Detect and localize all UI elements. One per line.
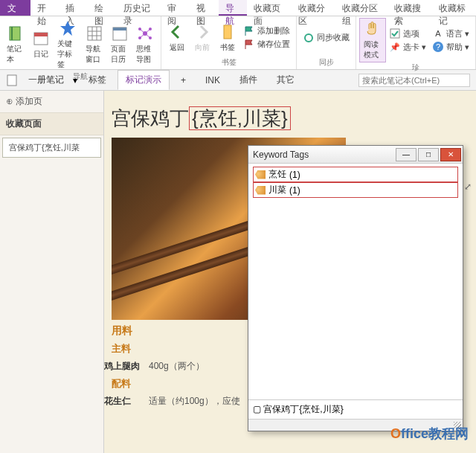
svg-rect-18: [390, 29, 399, 38]
plus-icon: ⊕: [6, 96, 13, 106]
ribbon-group-nav: 笔记本 日记 关键字标签 导航窗口 页面日历 思维导图 导航: [0, 16, 161, 69]
section-tab-ink[interactable]: INK: [197, 71, 228, 89]
calendar-icon: [111, 25, 129, 42]
ribbon-tabs: 文件 开始 插入 绘图 历史记录 审阅 视图 导航 收藏页面 收藏分区 收藏分区…: [0, 0, 476, 16]
forward-icon: [193, 23, 211, 41]
svg-rect-1: [11, 27, 13, 40]
svg-text:?: ?: [436, 42, 440, 51]
fav-item[interactable]: 宫保鸡丁{烹饪,川菜: [2, 138, 101, 158]
ribbon-group-extra: 阅读模式 选项 📌选卡▾ A语言▾ ?帮助▾ 珍: [356, 16, 476, 69]
select-button[interactable]: 📌选卡▾: [386, 40, 429, 54]
notebook-dropdown-icon[interactable]: [6, 74, 19, 87]
navwnd-button[interactable]: 导航窗口: [82, 18, 107, 71]
minimize-button[interactable]: —: [396, 148, 416, 161]
assoc-pages: ▢ 宫保鸡丁{烹饪,川菜}: [248, 399, 463, 419]
check-icon: [389, 28, 401, 39]
close-button[interactable]: ✕: [440, 148, 461, 161]
star-icon: [59, 19, 77, 37]
tag-item[interactable]: 川菜 (1): [253, 182, 458, 198]
tab-favtag[interactable]: 收藏标记: [432, 0, 476, 16]
back-button[interactable]: 返回: [164, 18, 190, 57]
chevron-down-icon: ▾: [422, 42, 426, 52]
sync-icon: [303, 32, 315, 44]
section-tab-1[interactable]: 标记演示: [118, 70, 170, 90]
tag-icon: [255, 186, 266, 195]
diary-icon: [32, 30, 50, 48]
chevron-down-icon: ▾: [465, 29, 469, 39]
add-page-button[interactable]: ⊕ 添加页: [0, 91, 103, 113]
page-title[interactable]: 宫保鸡丁{烹饪,川菜}: [112, 106, 469, 132]
keyword-tags-window[interactable]: Keyword Tags — □ ✕ 烹饪 (1) 川菜 (1) ▢ 宫保鸡丁{…: [248, 145, 463, 431]
mindmap-button[interactable]: 思维导图: [132, 18, 158, 71]
notebook-name[interactable]: 一册笔记: [22, 72, 70, 88]
fav-header: 收藏页面: [0, 113, 103, 135]
pin-icon: [243, 39, 255, 51]
ribbon-group-bookmark: 返回 向前 书签 添加删除 储存位置 书签: [161, 16, 297, 69]
grid-icon: [86, 25, 103, 42]
maximize-button[interactable]: □: [418, 148, 439, 161]
svg-rect-21: [7, 75, 16, 86]
help-icon: ?: [432, 41, 444, 53]
mindmap-icon: [136, 25, 154, 42]
tab-draw[interactable]: 绘图: [88, 0, 117, 16]
tab-history[interactable]: 历史记录: [117, 0, 161, 16]
sidebar: ⊕ 添加页 收藏页面 宫保鸡丁{烹饪,川菜: [0, 91, 104, 453]
notebook-icon: [7, 25, 25, 42]
svg-marker-4: [60, 21, 75, 36]
svg-rect-5: [88, 27, 101, 40]
tab-insert[interactable]: 插入: [59, 0, 88, 16]
bookmark-button[interactable]: 书签: [215, 18, 240, 57]
back-icon: [168, 23, 186, 41]
tab-favgroup[interactable]: 收藏分区组: [335, 0, 387, 16]
diary-button[interactable]: 日记: [28, 18, 54, 71]
doc-icon: ▢: [253, 404, 261, 414]
section-tab-other[interactable]: 其它: [268, 70, 303, 90]
section-tab-0[interactable]: 标签: [80, 70, 115, 90]
bookmark-icon: [219, 23, 237, 41]
expand-icon[interactable]: ⤢: [464, 181, 472, 192]
svg-rect-3: [34, 33, 48, 36]
assoc-page-item[interactable]: 宫保鸡丁{烹饪,川菜}: [263, 404, 343, 414]
notebook-button[interactable]: 笔记本: [3, 18, 28, 71]
sync-fav-button[interactable]: 同步收藏: [300, 31, 353, 45]
forward-button[interactable]: 向前: [190, 18, 215, 57]
ribbon-group-sync: 同步收藏 同步: [297, 16, 356, 69]
tab-home[interactable]: 开始: [30, 0, 60, 16]
tab-favsection[interactable]: 收藏分区: [292, 0, 335, 16]
help-button[interactable]: ?帮助▾: [429, 40, 472, 54]
pin2-icon: 📌: [389, 41, 401, 53]
section-add[interactable]: +: [173, 71, 194, 89]
calendar-button[interactable]: 页面日历: [107, 18, 132, 71]
group-label-bookmark: 书签: [164, 57, 293, 68]
group-label-sync: 同步: [300, 57, 353, 68]
window-title: Keyword Tags: [250, 150, 394, 160]
tags-list: 烹饪 (1) 川菜 (1): [248, 164, 463, 399]
ribbon: 笔记本 日记 关键字标签 导航窗口 页面日历 思维导图 导航 返回 向前 书签 …: [0, 16, 476, 70]
keyword-button[interactable]: 关键字标签: [54, 18, 82, 71]
save-pos-button[interactable]: 储存位置: [240, 38, 293, 51]
window-titlebar[interactable]: Keyword Tags — □ ✕: [248, 146, 463, 164]
tab-nav[interactable]: 导航: [219, 0, 248, 16]
chevron-down-icon[interactable]: ▾: [73, 75, 77, 86]
tab-favsearch[interactable]: 收藏搜索: [387, 0, 431, 16]
options-button[interactable]: 选项: [386, 27, 429, 40]
lang-button[interactable]: A语言▾: [429, 27, 472, 40]
watermark: Office教程网: [390, 425, 469, 443]
tag-item[interactable]: 烹饪 (1): [253, 167, 458, 182]
svg-rect-11: [113, 28, 126, 30]
search-input[interactable]: [358, 74, 470, 87]
flag-icon: [243, 25, 255, 37]
add-del-button[interactable]: 添加删除: [240, 25, 293, 38]
file-tab[interactable]: 文件: [0, 0, 30, 16]
search-box: [358, 74, 470, 87]
read-mode-button[interactable]: 阅读模式: [359, 18, 386, 62]
tab-review[interactable]: 审阅: [161, 0, 190, 16]
svg-rect-17: [224, 25, 231, 39]
title-tag: {烹饪,川菜}: [189, 106, 291, 130]
chevron-down-icon: ▾: [465, 42, 469, 52]
tab-favpage[interactable]: 收藏页面: [247, 0, 291, 16]
section-tab-plugin[interactable]: 插件: [231, 70, 266, 90]
tab-view[interactable]: 视图: [190, 0, 219, 16]
tag-icon: [255, 170, 266, 179]
group-label-extra: 珍: [359, 62, 472, 73]
